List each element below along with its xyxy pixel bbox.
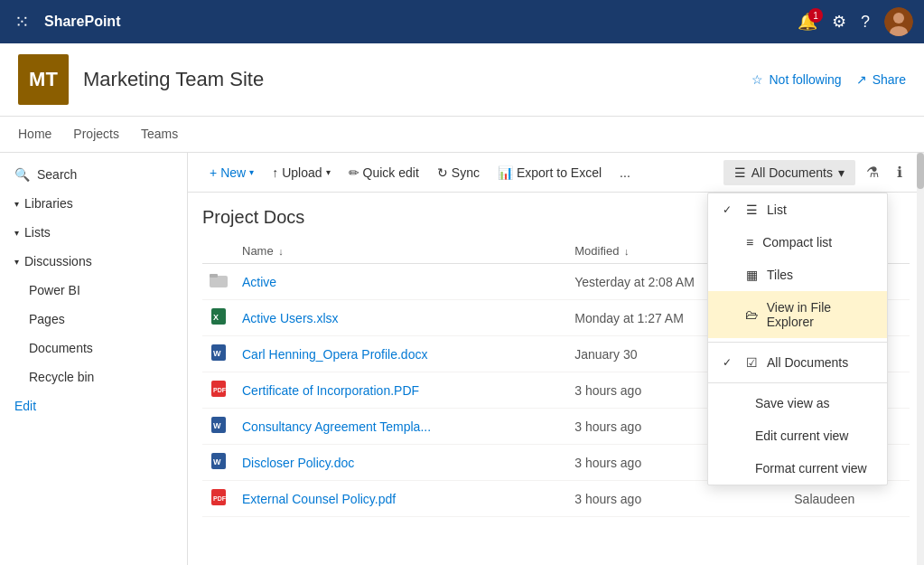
nav-teams[interactable]: Teams — [141, 119, 178, 150]
file-name[interactable]: Discloser Policy.doc — [235, 445, 567, 481]
view-dropdown-menu: ✓☰List≡Compact list▦Tiles🗁View in File E… — [707, 193, 888, 485]
filter-icon: ⚗ — [866, 165, 879, 180]
table-row[interactable]: PDF External Counsel Policy.pdf 3 hours … — [202, 481, 910, 517]
file-author: Salaudeen — [787, 481, 910, 517]
compact_list-icon: ≡ — [746, 235, 753, 250]
sidebar-discussions-group[interactable]: ▾ Discussions — [0, 247, 187, 276]
check-icon: ✓ — [723, 356, 737, 369]
chevron-down-icon: ▾ — [838, 165, 845, 180]
sidebar-item-documents[interactable]: Documents — [0, 334, 187, 363]
edit_current_view-label: Edit current view — [755, 428, 848, 443]
svg-rect-4 — [210, 274, 218, 278]
file-type-icon: PDF — [202, 481, 235, 517]
chevron-icon: ▾ — [14, 257, 19, 267]
list-icon: ☰ — [746, 202, 758, 217]
not-following-label: Not following — [769, 72, 841, 87]
dropdown-item-save_view_as[interactable]: Save view as — [708, 387, 887, 419]
sync-icon: ↻ — [437, 165, 448, 180]
help-icon[interactable]: ? — [861, 13, 870, 32]
svg-text:W: W — [213, 457, 221, 466]
site-actions: ☆ Not following ↗ Share — [751, 72, 906, 87]
file-name[interactable]: Certificate of Incorporation.PDF — [235, 372, 567, 409]
sidebar-search[interactable]: 🔍 Search — [0, 160, 187, 189]
view-icon: ☰ — [734, 165, 746, 180]
more-actions-button[interactable]: ... — [612, 160, 638, 185]
quick-edit-button[interactable]: ✏ Quick edit — [341, 160, 426, 185]
export-excel-label: Export to Excel — [517, 165, 602, 180]
sync-button[interactable]: ↻ Sync — [430, 160, 487, 185]
col-name-header[interactable]: Name ↓ — [235, 239, 567, 264]
avatar[interactable] — [884, 7, 913, 36]
share-button[interactable]: ↗ Share — [856, 72, 906, 87]
dropdown-item-format_current_view[interactable]: Format current view — [708, 452, 887, 485]
chevron-icon: ▾ — [14, 228, 19, 238]
file-name[interactable]: Consultancy Agreement Templa... — [235, 409, 567, 445]
sidebar-lists-group[interactable]: ▾ Lists — [0, 218, 187, 247]
info-button[interactable]: ℹ — [890, 158, 910, 186]
notification-button[interactable]: 🔔 1 — [798, 12, 817, 32]
waffle-icon[interactable]: ⁙ — [11, 7, 33, 36]
compact_list-label: Compact list — [762, 235, 832, 250]
chevron-icon: ▾ — [14, 199, 19, 209]
sort-icon: ↓ — [278, 246, 284, 257]
search-icon: 🔍 — [14, 167, 30, 182]
chevron-down-icon: ▾ — [326, 167, 331, 177]
file-type-icon: X — [202, 300, 235, 336]
file-name[interactable]: Active — [235, 264, 567, 300]
sidebar-edit-link[interactable]: Edit — [0, 391, 187, 420]
top-bar: ⁙ SharePoint 🔔 1 ⚙ ? — [0, 0, 924, 43]
save_view_as-label: Save view as — [755, 396, 829, 410]
sidebar-item-pages[interactable]: Pages — [0, 305, 187, 334]
dropdown-item-compact_list[interactable]: ≡Compact list — [708, 226, 887, 259]
all-docs-button[interactable]: ☰ All Documents ▾ — [723, 160, 855, 185]
svg-point-1 — [893, 13, 904, 24]
nav-projects[interactable]: Projects — [73, 119, 119, 150]
share-icon: ↗ — [856, 72, 867, 87]
scrollbar[interactable] — [917, 153, 924, 565]
quick-edit-icon: ✏ — [349, 165, 359, 180]
scrollbar-thumb[interactable] — [917, 153, 924, 189]
main-layout: 🔍 Search ▾ Libraries ▾ Lists ▾ Discussio… — [0, 153, 924, 565]
sidebar-item-power-bi[interactable]: Power BI — [0, 276, 187, 305]
sidebar: 🔍 Search ▾ Libraries ▾ Lists ▾ Discussio… — [0, 153, 188, 565]
file-name[interactable]: Active Users.xlsx — [235, 300, 567, 336]
new-label: New — [220, 165, 246, 180]
file-name[interactable]: External Counsel Policy.pdf — [235, 481, 567, 517]
dropdown-item-list[interactable]: ✓☰List — [708, 193, 887, 226]
dropdown-item-tiles[interactable]: ▦Tiles — [708, 259, 887, 291]
format_current_view-label: Format current view — [755, 461, 867, 476]
top-bar-actions: 🔔 1 ⚙ ? — [798, 7, 913, 36]
not-following-button[interactable]: ☆ Not following — [751, 72, 841, 87]
file-type-icon: W — [202, 336, 235, 372]
export-excel-button[interactable]: 📊 Export to Excel — [490, 160, 609, 185]
dropdown-divider — [708, 382, 887, 383]
nav-bar: Home Projects Teams — [0, 117, 924, 153]
nav-home[interactable]: Home — [18, 119, 51, 150]
sidebar-item-recycle-bin[interactable]: Recycle bin — [0, 363, 187, 391]
info-icon: ℹ — [897, 165, 902, 180]
plus-icon: + — [210, 165, 217, 180]
sidebar-libraries-group[interactable]: ▾ Libraries — [0, 189, 187, 218]
svg-text:X: X — [213, 313, 219, 322]
upload-icon: ↑ — [272, 165, 278, 180]
dropdown-item-all_documents[interactable]: ✓☑All Documents — [708, 346, 887, 379]
list-label: List — [767, 202, 787, 217]
notification-badge: 1 — [808, 8, 823, 23]
settings-icon[interactable]: ⚙ — [832, 12, 846, 32]
dropdown-item-edit_current_view[interactable]: Edit current view — [708, 419, 887, 452]
upload-label: Upload — [282, 165, 322, 180]
filter-button[interactable]: ⚗ — [859, 158, 886, 186]
discussions-label: Discussions — [24, 254, 92, 268]
dropdown-divider — [708, 342, 887, 343]
site-identity: MT Marketing Team Site — [18, 54, 264, 105]
share-label: Share — [873, 72, 906, 87]
upload-button[interactable]: ↑ Upload ▾ — [265, 160, 337, 185]
file-type-icon: W — [202, 445, 235, 481]
quick-edit-label: Quick edit — [363, 165, 419, 180]
excel-icon: 📊 — [498, 165, 513, 180]
more-icon: ... — [620, 165, 630, 180]
file-name[interactable]: Carl Henning_Opera Profile.docx — [235, 336, 567, 372]
new-button[interactable]: + New ▾ — [202, 160, 261, 185]
all_documents-label: All Documents — [767, 355, 848, 370]
dropdown-item-view_in_explorer[interactable]: 🗁View in File Explorer — [708, 291, 887, 338]
